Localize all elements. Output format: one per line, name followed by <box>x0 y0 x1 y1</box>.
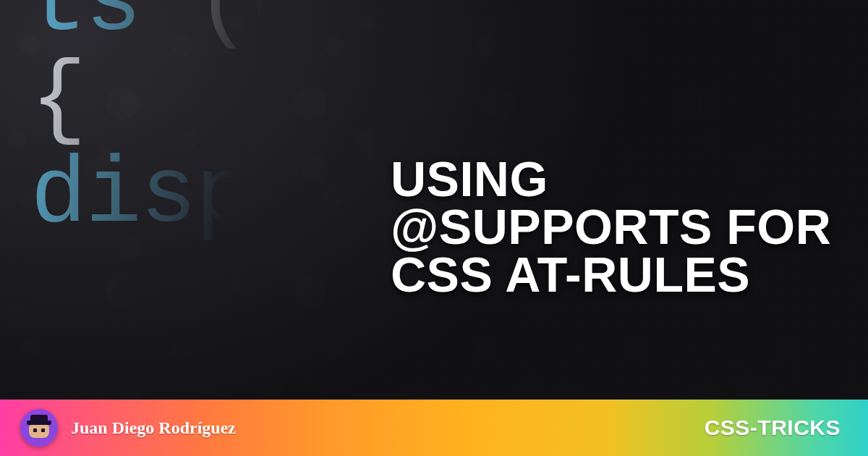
author-name: Juan Diego Rodríguez <box>71 418 236 438</box>
code-token-property: di <box>250 0 360 57</box>
avatar-pixel-icon <box>25 413 54 442</box>
social-card: orts (di n { displa USING @SUPPORTS FOR … <box>0 0 868 456</box>
code-token-paren: ( <box>140 0 250 57</box>
code-snippet: orts (di n { displa <box>0 0 360 245</box>
article-title: USING @SUPPORTS FOR CSS AT-RULES <box>391 156 839 299</box>
footer-bar: Juan Diego Rodríguez CSS-TRICKS <box>0 400 868 456</box>
code-token-brace: { <box>0 47 85 153</box>
author-avatar <box>20 409 58 447</box>
site-name: CSS-TRICKS <box>705 415 841 440</box>
code-token-property: displa <box>30 143 360 249</box>
